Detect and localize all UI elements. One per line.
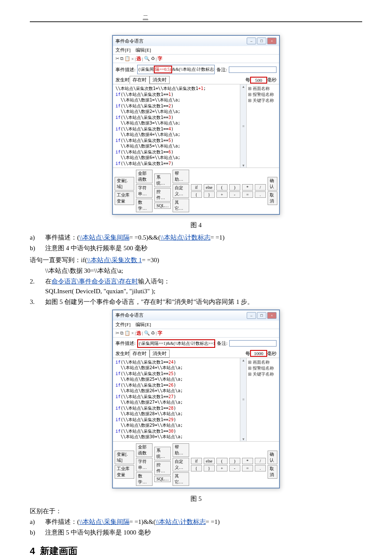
help-button[interactable]: 帮助…: [173, 170, 189, 183]
menu-file[interactable]: 文件[F]: [115, 47, 130, 53]
link-flag[interactable]: \\本站点\计数标志: [160, 234, 210, 241]
sql-button[interactable]: SQL…: [154, 476, 171, 482]
min-button[interactable]: –: [247, 312, 256, 319]
other-button[interactable]: 其它…: [173, 199, 189, 212]
scroll-up-icon[interactable]: ▴: [242, 84, 245, 89]
all-func-button[interactable]: 全部函数: [136, 443, 153, 457]
star-button[interactable]: *: [242, 458, 253, 464]
tree-node[interactable]: ⊞ 关键字名称: [248, 98, 278, 104]
max-button[interactable]: □: [257, 312, 266, 319]
menu-file[interactable]: 文件[F]: [115, 321, 130, 328]
string-button[interactable]: 字符串…: [136, 458, 153, 471]
code-editor[interactable]: if(\\本站点\采集次数1==24) \\本站点\数据24=\\本站点\a; …: [113, 358, 240, 441]
ctrl-button[interactable]: 控件…: [154, 188, 171, 202]
scroll-thumb[interactable]: ≡: [242, 397, 244, 402]
close-button[interactable]: ×: [267, 312, 277, 319]
lparen-button[interactable]: (: [216, 184, 228, 191]
tab-disappear[interactable]: 消失时: [150, 76, 170, 84]
copy-icon[interactable]: ⧉: [120, 330, 124, 336]
var-button[interactable]: 变量[.域]: [115, 177, 134, 191]
ok-button[interactable]: 确认: [268, 451, 277, 464]
rparen-button[interactable]: ): [229, 458, 240, 464]
custom-button[interactable]: 自定义…: [173, 184, 189, 198]
rparen-button[interactable]: ): [229, 184, 240, 191]
select-icon[interactable]: 选: [136, 55, 141, 62]
delete-icon[interactable]: ×: [131, 330, 134, 335]
math-button[interactable]: 数学…: [136, 472, 153, 486]
tree-node[interactable]: ⊞ 报警组名称: [248, 92, 278, 98]
remark-input[interactable]: [229, 340, 277, 347]
minus-button[interactable]: -: [229, 191, 240, 198]
scroll-down-icon[interactable]: ▾: [242, 163, 245, 168]
cut-icon[interactable]: ✂: [115, 330, 119, 336]
rbrace-button[interactable]: }: [204, 191, 215, 198]
tree-node[interactable]: ⊞ 画面名称: [248, 359, 278, 365]
var-button[interactable]: 变量[.域]: [115, 451, 134, 464]
min-button[interactable]: –: [247, 38, 256, 44]
else-button[interactable]: else: [204, 184, 215, 191]
cut-icon[interactable]: ✂: [115, 56, 119, 61]
slash-button[interactable]: /: [255, 458, 266, 464]
eq-button[interactable]: =: [242, 191, 253, 198]
interval-input[interactable]: 500: [250, 77, 267, 84]
copy-icon[interactable]: ⧉: [120, 56, 124, 61]
font-icon[interactable]: 字: [158, 55, 162, 62]
tab-exist[interactable]: 存在时: [130, 76, 150, 84]
tab-disappear[interactable]: 消失时: [150, 350, 170, 358]
eq-button[interactable]: =: [242, 465, 253, 471]
lib-button[interactable]: 工业库变量: [115, 191, 134, 205]
max-button[interactable]: □: [257, 38, 266, 44]
minus-button[interactable]: -: [229, 465, 240, 471]
if-button[interactable]: if: [191, 458, 202, 464]
math-button[interactable]: 数学…: [136, 199, 153, 212]
paste-icon[interactable]: 📋: [124, 330, 130, 336]
dot-button[interactable]: .: [255, 465, 266, 471]
help-button[interactable]: 帮助…: [173, 443, 189, 457]
cancel-button[interactable]: 取消: [268, 465, 277, 479]
menu-edit[interactable]: 编辑[E]: [135, 47, 151, 53]
cancel-button[interactable]: 取消: [268, 191, 277, 205]
other-button[interactable]: 其它…: [173, 472, 189, 486]
interval-input[interactable]: 1000: [250, 350, 267, 357]
lib-button[interactable]: 工业库变量: [115, 465, 134, 479]
desc-input[interactable]: (\采集间隔==0.5)&&(\\本站点\计数标志==1): [137, 65, 215, 74]
slash-button[interactable]: /: [255, 184, 266, 191]
all-func-button[interactable]: 全部函数: [136, 170, 153, 183]
link-flag[interactable]: \\本站点\计数标志: [156, 518, 206, 525]
replace-icon[interactable]: ♻: [151, 56, 155, 61]
tree-node[interactable]: ⊞ 报警组名称: [248, 365, 278, 371]
font-icon[interactable]: 字: [158, 330, 162, 336]
plus-button[interactable]: +: [216, 465, 228, 471]
rbrace-button[interactable]: }: [204, 465, 215, 471]
dot-button[interactable]: .: [255, 191, 266, 198]
scroll-thumb[interactable]: ≡: [242, 124, 244, 128]
code-editor[interactable]: \\本站点\采集次数1=\\本站点\采集次数1+1; if(\\本站点\采集次数…: [113, 84, 240, 168]
tab-exist[interactable]: 存在时: [130, 350, 150, 358]
scrollbar[interactable]: ▴≡▾: [240, 358, 246, 441]
ok-button[interactable]: 确认: [268, 177, 277, 191]
lbrace-button[interactable]: {: [191, 465, 202, 471]
scroll-up-icon[interactable]: ▴: [242, 358, 245, 362]
menu-edit[interactable]: 编辑[E]: [135, 321, 151, 328]
remark-input[interactable]: [229, 66, 277, 73]
ctrl-button[interactable]: 控件…: [154, 461, 171, 475]
link-count[interactable]: \\本站点\采集次数 1: [87, 257, 142, 263]
string-button[interactable]: 字符串…: [136, 184, 153, 198]
find-icon[interactable]: 🔍: [144, 330, 150, 336]
tree-node[interactable]: ⊞ 画面名称: [248, 86, 278, 92]
scrollbar[interactable]: ▴≡▾: [240, 84, 246, 168]
select-icon[interactable]: 选: [136, 330, 141, 336]
link-interval[interactable]: \\本站点\采集间隔: [79, 518, 130, 525]
find-icon[interactable]: 🔍: [144, 56, 150, 61]
if-button[interactable]: if: [191, 184, 202, 191]
tree-node[interactable]: ⊞ 关键字名称: [248, 371, 278, 377]
plus-button[interactable]: +: [216, 191, 228, 198]
replace-icon[interactable]: ♻: [151, 330, 155, 336]
delete-icon[interactable]: ×: [131, 56, 134, 61]
star-button[interactable]: *: [242, 184, 253, 191]
link-interval[interactable]: \\本站点\采集间隔: [79, 234, 130, 241]
link-cmdlang[interactable]: 命令语言\事件命令语言\存在时: [52, 278, 138, 285]
else-button[interactable]: else: [204, 458, 215, 464]
paste-icon[interactable]: 📋: [124, 56, 130, 61]
close-button[interactable]: ×: [267, 38, 277, 44]
